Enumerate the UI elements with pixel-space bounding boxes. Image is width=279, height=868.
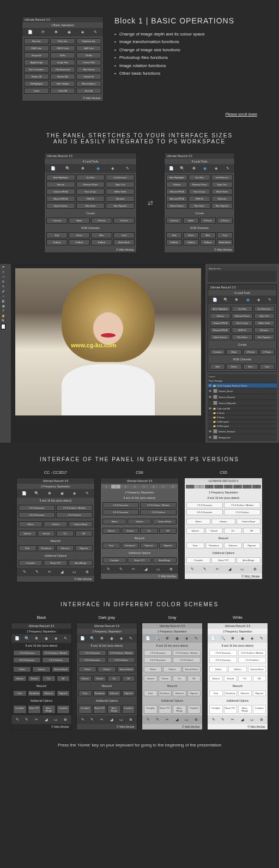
btn[interactable]: Iris Enhancer [254,306,275,312]
btn[interactable]: Select [186,519,210,525]
btn[interactable]: Skin Pigment [211,203,233,209]
pencil-icon[interactable]: ✎ [84,491,90,496]
close-button[interactable]: Close [24,88,49,94]
rgb-color-button[interactable]: RGB Color [24,45,49,51]
tool-icon[interactable]: ✎ [118,566,124,572]
btn[interactable]: Skintone [254,327,275,333]
gradient-tool-icon[interactable]: ▦ [1,304,5,309]
btn[interactable]: Skin Pigment [254,334,275,340]
btn[interactable]: Texture Boost [69,521,93,527]
sh-highlights-button[interactable]: Sh/Highlights [24,81,49,87]
btn[interactable]: Volume HP/LA [210,320,231,326]
remove-pores-button[interactable]: Remove Pores [76,182,105,188]
btn[interactable]: Volume [128,519,151,525]
btn[interactable]: Pigment [243,542,261,548]
lasso-tool-icon[interactable]: ⬭ [1,275,5,279]
diamond-icon[interactable]: ◈ [80,29,85,35]
btn[interactable]: Blue [200,232,216,238]
rotate-90ccw-button[interactable]: Rotate -90 [24,74,49,80]
btn[interactable]: B-Mask [200,239,216,245]
btn[interactable]: Pigment [75,545,93,551]
eyes-tint-button[interactable]: Eyes Tint [106,182,135,188]
tool-icon[interactable]: ✎ [106,566,111,572]
btn[interactable]: 3 F-S Gaussian [186,509,223,515]
matte-button[interactable]: Matte [69,218,90,224]
btn[interactable]: 2 F-S Surface [56,512,93,518]
btn[interactable]: Eyes Tint [254,313,275,319]
btn[interactable]: Volume [210,313,231,319]
target-icon[interactable]: ◉ [245,297,251,303]
btn[interactable]: Volume [211,519,235,525]
crop-tool-icon[interactable]: ⧉ [1,280,5,284]
star-icon[interactable]: ❋ [47,491,52,496]
eye-icon[interactable]: 👁 [209,436,212,439]
layer-row[interactable]: 👁Texture_Retouch [208,394,277,400]
r-mask-button[interactable]: R-Mask [46,239,68,245]
btn[interactable]: Skintone [211,196,233,202]
btn[interactable]: Auto Highlights [210,306,231,312]
tab[interactable]: 1 [186,485,195,489]
btn[interactable]: Portraiture [38,545,56,551]
btn[interactable]: Off [243,528,261,534]
doc-icon[interactable]: 📄 [22,491,27,496]
search-icon[interactable]: 🔍 [34,491,40,496]
btn[interactable]: 4 Points [217,218,233,224]
image-size-button[interactable]: Image Size [50,59,75,65]
layer-row[interactable]: 👁Volume_Retouch [208,429,277,435]
tool-icon[interactable]: ✂ [47,569,52,575]
rotate-icon[interactable]: ⟳ [40,29,46,35]
skin-pigment-button[interactable]: Skin Pigment [106,203,135,209]
4points-button[interactable]: 4 Points [113,218,135,224]
16bits-button[interactable]: 16 Bits [76,52,101,58]
btn[interactable]: Contrast [210,349,225,355]
manual-hpla-button[interactable]: Manual HP/LA [46,196,75,202]
btn[interactable]: 4 Points [259,349,275,355]
btn[interactable]: Noise TXT [211,557,235,563]
btn[interactable]: Matte [183,218,199,224]
btn[interactable]: Texture [122,528,140,534]
layer-row[interactable]: 📁2 DB Layers [208,420,277,424]
pencil-icon[interactable]: ✎ [93,29,98,35]
green-button[interactable]: Green [69,232,90,238]
film-grain-button[interactable]: Film Grain [76,203,105,209]
tool-icon[interactable]: ◢ [59,569,65,575]
btn[interactable]: On [140,528,158,534]
btn[interactable]: White Teeth [254,320,275,326]
tool-icon[interactable]: ✎ [190,566,195,572]
btn[interactable]: Film Grain [232,334,252,340]
white-teeth-button[interactable]: White Teeth [106,189,135,195]
zoom-tool-icon[interactable]: 🔍 [1,319,5,323]
btn[interactable]: Fast [186,542,204,548]
b-mask-button[interactable]: B-Mask [91,239,112,245]
tab-5[interactable]: 5 [140,485,149,489]
eye-icon[interactable]: 👁 [209,389,212,393]
btn[interactable]: Texture Boost [153,519,177,525]
btn[interactable]: Volume [186,528,204,534]
tab[interactable]: 5 [224,485,233,489]
tool-icon[interactable]: ✎ [202,566,208,572]
btn[interactable]: Tan Skin [232,306,252,312]
btn[interactable]: 3 Points [200,218,216,224]
btn[interactable]: Volume [166,182,187,188]
btn[interactable]: Complex [186,557,210,563]
btn[interactable]: On [56,531,74,537]
btn[interactable]: Complex [102,557,126,563]
btn[interactable]: Red [210,364,225,370]
btn[interactable]: 2 F-S Gaussian [186,502,223,508]
btn[interactable]: Select [19,521,43,527]
btn[interactable]: Volume [102,528,120,534]
save-as-button[interactable]: Save As [76,88,101,94]
diamond-icon[interactable]: ◈ [256,297,262,303]
close-all-button[interactable]: Close All [50,88,75,94]
tool-icon[interactable]: ◢ [143,566,149,572]
layer-row[interactable]: 👁📁Color and DB [208,406,277,411]
hand-tool-icon[interactable]: ✋ [1,314,5,318]
layer-row[interactable]: 📁3 Tones [208,415,277,420]
move-tool-icon[interactable]: ⬌ [1,265,5,269]
matte-mask-button[interactable]: Matte Mask [113,239,135,245]
lab-color-button[interactable]: LAB Color [76,45,101,51]
diamond-icon[interactable]: ◈ [72,491,77,496]
free-transform-button[interactable]: Free Transform [24,67,49,73]
btn[interactable]: Contrast [166,218,182,224]
pass-through[interactable]: Pass Through [209,379,222,382]
